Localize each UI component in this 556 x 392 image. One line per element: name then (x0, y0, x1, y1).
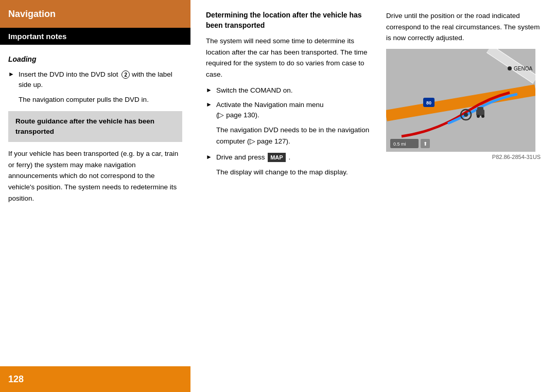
loading-title: Loading (8, 55, 182, 63)
svg-point-8 (464, 113, 468, 117)
main-content: Determining the location after the vehic… (190, 0, 556, 392)
sidebar-title: Navigation (8, 9, 56, 20)
bullet-arrow-1: ► (8, 70, 14, 78)
svg-text:⬆: ⬆ (423, 141, 427, 147)
main-bullet-text-1: Switch the COMAND on. (216, 85, 293, 96)
sidebar-content: Loading ► Insert the DVD into the DVD sl… (0, 45, 190, 218)
svg-rect-10 (477, 107, 483, 111)
sidebar: Navigation Important notes Loading ► Ins… (0, 0, 190, 392)
main-bullet-3: ► Drive and press MAP . (206, 152, 371, 163)
col-right: Drive until the position or the road ind… (386, 10, 541, 183)
main-bullet-arrow-1: ► (206, 86, 212, 94)
page-footer: 128 (0, 366, 190, 392)
svg-text:GENOA: GENOA (514, 66, 532, 72)
map-caption: P82.86-2854-31US (386, 154, 541, 160)
svg-text:0.5 mi: 0.5 mi (393, 141, 406, 147)
main-bullet-text-3: Drive and press MAP . (216, 152, 290, 163)
col-left: Determining the location after the vehic… (206, 10, 371, 183)
svg-point-13 (508, 66, 512, 70)
main-bullet-1: ► Switch the COMAND on. (206, 85, 371, 96)
dvd-note-text: The navigation DVD needs to be in the na… (216, 124, 371, 147)
main-bullet-2: ► Activate the Navigation main menu (▷ p… (206, 100, 371, 121)
map-button-label: MAP (268, 153, 285, 163)
highlight-box: Route guidance after the vehicle has bee… (8, 111, 182, 142)
section-heading: Determining the location after the vehic… (206, 10, 371, 30)
bullet-item-1: ► Insert the DVD into the DVD slot 2 wit… (8, 69, 182, 91)
display-change-text: The display will change to the map displ… (216, 167, 371, 178)
map-image: 80 GENOA 0.5 mi (386, 49, 535, 152)
dvd-sub-text: The navigation computer pulls the DVD in… (19, 95, 182, 105)
main-bullet-text-2: Activate the Navigation main menu (▷ pag… (216, 100, 324, 121)
svg-point-12 (481, 115, 484, 118)
circle-num: 2 (121, 70, 130, 79)
body-text: If your vehicle has been transported (e.… (8, 148, 182, 204)
svg-text:80: 80 (426, 100, 431, 105)
svg-point-11 (477, 115, 480, 118)
section-title: Important notes (0, 28, 190, 45)
intro-text: The system will need some time to determ… (206, 35, 371, 80)
sidebar-header: Navigation (0, 0, 190, 28)
right-text: Drive until the position or the road ind… (386, 10, 541, 44)
page-number: 128 (8, 374, 24, 385)
bullet-text-1: Insert the DVD into the DVD slot 2 with … (19, 69, 182, 91)
two-col-layout: Determining the location after the vehic… (206, 10, 541, 183)
main-bullet-arrow-3: ► (206, 153, 212, 161)
main-bullet-arrow-2: ► (206, 101, 212, 108)
